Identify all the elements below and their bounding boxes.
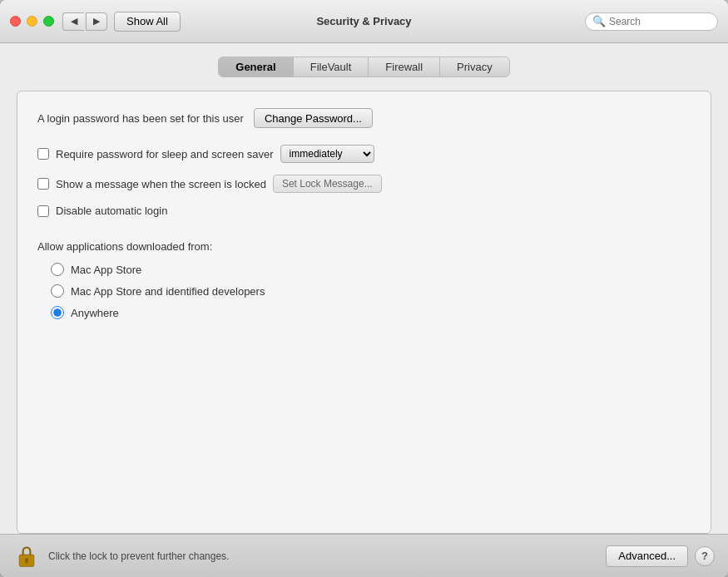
radio-anywhere-input[interactable] [51, 306, 64, 319]
password-row: A login password has been set for this u… [37, 108, 691, 128]
tab-group: General FileVault Firewall Privacy [218, 57, 509, 77]
back-button[interactable]: ◀ [62, 12, 84, 31]
require-password-dropdown[interactable]: immediately 5 seconds 1 minute 5 minutes… [280, 145, 374, 163]
radio-mac-app-store-identified: Mac App Store and identified developers [51, 284, 691, 298]
radio-anywhere-label: Anywhere [71, 307, 119, 319]
disable-login-row: Disable automatic login [37, 205, 691, 217]
content-area: General FileVault Firewall Privacy A log… [0, 43, 728, 534]
checkbox-section: Require password for sleep and screen sa… [37, 145, 691, 217]
downloads-section: Allow applications downloaded from: Mac … [37, 240, 691, 319]
allow-apps-label: Allow applications downloaded from: [37, 240, 691, 253]
radio-group: Mac App Store Mac App Store and identifi… [51, 263, 691, 319]
radio-mac-app-store-identified-input[interactable] [51, 284, 64, 298]
radio-mac-app-store-label: Mac App Store [71, 264, 141, 276]
minimize-button[interactable] [27, 16, 37, 27]
traffic-lights [10, 16, 54, 27]
show-message-row: Show a message when the screen is locked… [37, 175, 691, 193]
close-button[interactable] [10, 16, 21, 27]
lock-message: Click the lock to prevent further change… [48, 550, 606, 562]
general-panel: A login password has been set for this u… [17, 91, 711, 534]
search-box[interactable]: 🔍 [585, 12, 718, 31]
main-window: ◀ ▶ Show All Security & Privacy 🔍 Genera… [0, 0, 728, 577]
disable-login-checkbox[interactable] [37, 205, 49, 217]
tab-filevault[interactable]: FileVault [294, 57, 369, 76]
set-lock-message-button[interactable]: Set Lock Message... [273, 175, 382, 193]
tab-privacy[interactable]: Privacy [440, 57, 509, 76]
help-button[interactable]: ? [695, 546, 715, 566]
show-message-checkbox[interactable] [37, 178, 49, 190]
window-title: Security & Privacy [316, 15, 411, 27]
lock-icon[interactable] [13, 543, 40, 570]
require-password-checkbox[interactable] [37, 148, 49, 160]
password-label: A login password has been set for this u… [37, 112, 244, 125]
radio-mac-app-store-identified-label: Mac App Store and identified developers [71, 285, 265, 298]
tabs: General FileVault Firewall Privacy [17, 57, 711, 77]
radio-anywhere: Anywhere [51, 306, 691, 319]
titlebar: ◀ ▶ Show All Security & Privacy 🔍 [0, 0, 728, 43]
tab-general[interactable]: General [219, 57, 293, 76]
radio-mac-app-store: Mac App Store [51, 263, 691, 276]
lock-svg [15, 545, 38, 568]
require-password-row: Require password for sleep and screen sa… [37, 145, 691, 163]
bottombar: Click the lock to prevent further change… [0, 534, 728, 577]
maximize-button[interactable] [43, 16, 54, 27]
advanced-button[interactable]: Advanced... [606, 545, 688, 567]
change-password-button[interactable]: Change Password... [254, 108, 373, 128]
nav-buttons: ◀ ▶ [62, 12, 107, 31]
search-icon: 🔍 [592, 15, 606, 27]
radio-mac-app-store-input[interactable] [51, 263, 64, 276]
search-input[interactable] [609, 16, 711, 27]
disable-login-label: Disable automatic login [56, 205, 167, 217]
require-password-label: Require password for sleep and screen sa… [56, 148, 274, 160]
svg-rect-2 [26, 560, 28, 564]
show-all-button[interactable]: Show All [114, 12, 181, 32]
show-message-label: Show a message when the screen is locked [56, 178, 266, 190]
tab-firewall[interactable]: Firewall [369, 57, 440, 76]
forward-button[interactable]: ▶ [86, 12, 107, 31]
